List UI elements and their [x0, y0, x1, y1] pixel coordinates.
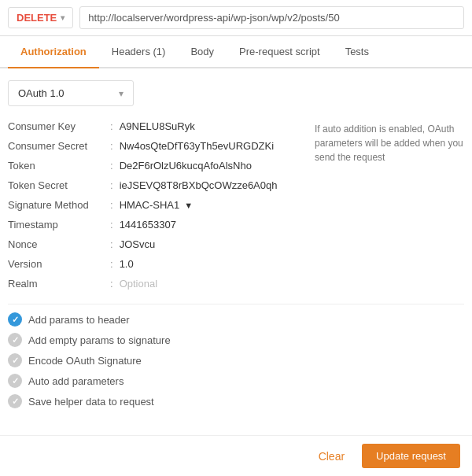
oauth-type-dropdown[interactable]: OAuth 1.0 ▾: [8, 80, 134, 106]
tabs-bar: Authorization Headers (1) Body Pre-reque…: [0, 36, 472, 68]
fields-left: Consumer Key:A9NELU8SuRykConsumer Secret…: [8, 120, 299, 297]
content-area: OAuth 1.0 ▾ Consumer Key:A9NELU8SuRykCon…: [0, 68, 472, 426]
update-request-button[interactable]: Update request: [362, 444, 460, 468]
checkbox-row[interactable]: ✓Encode OAuth Signature: [8, 353, 464, 367]
field-row: Signature Method:HMAC-SHA1▼: [8, 199, 299, 211]
hint-text: If auto addition is enabled, OAuth param…: [315, 120, 464, 297]
checkbox-label: Encode OAuth Signature: [28, 355, 142, 367]
url-input[interactable]: [79, 6, 464, 29]
field-value[interactable]: Optional: [120, 278, 299, 290]
field-value[interactable]: ieJSEVQ8T8rBXbQcOWzze6A0qh: [120, 179, 299, 191]
field-colon: :: [110, 160, 113, 172]
field-label: Token Secret: [8, 179, 110, 191]
field-row: Token:De2F6rOlzU6kucqAfoAlsNho: [8, 160, 299, 172]
checkbox-label: Auto add parameters: [28, 375, 124, 387]
clear-button[interactable]: Clear: [311, 445, 352, 467]
field-label: Signature Method: [8, 199, 110, 211]
tab-headers[interactable]: Headers (1): [99, 36, 179, 68]
field-colon: :: [110, 120, 113, 132]
field-colon: :: [110, 258, 113, 270]
field-value[interactable]: JOSvcu: [120, 238, 299, 250]
field-colon: :: [110, 199, 113, 211]
field-row: Consumer Secret:Nw4osQteDfT63yTh5evURGDZ…: [8, 140, 299, 152]
divider: [8, 304, 464, 304]
checkbox-row[interactable]: ✓Auto add parameters: [8, 374, 464, 388]
oauth-type-label: OAuth 1.0: [18, 87, 65, 99]
checkbox-label: Add params to header: [28, 314, 130, 326]
field-label: Realm: [8, 278, 110, 290]
field-row: Consumer Key:A9NELU8SuRyk: [8, 120, 299, 132]
field-value[interactable]: 1441653307: [120, 219, 299, 231]
field-value[interactable]: 1.0: [120, 258, 299, 270]
field-value[interactable]: De2F6rOlzU6kucqAfoAlsNho: [120, 160, 299, 172]
method-button[interactable]: DELETE ▾: [8, 7, 73, 28]
checkbox-unchecked-icon: ✓: [8, 374, 22, 388]
method-caret: ▾: [61, 13, 65, 22]
tab-authorization[interactable]: Authorization: [8, 36, 99, 68]
dropdown-arrow-icon: ▼: [184, 201, 193, 210]
field-colon: :: [110, 278, 113, 290]
checkbox-checked-icon: ✓: [8, 312, 22, 327]
top-bar: DELETE ▾: [0, 0, 472, 36]
field-label: Token: [8, 160, 110, 172]
checkbox-unchecked-icon: ✓: [8, 394, 22, 408]
field-value[interactable]: HMAC-SHA1▼: [120, 199, 299, 211]
field-row: Nonce:JOSvcu: [8, 238, 299, 250]
field-colon: :: [110, 219, 113, 231]
field-row: Version:1.0: [8, 258, 299, 270]
checkbox-row[interactable]: ✓Add empty params to signature: [8, 333, 464, 347]
page-wrapper: DELETE ▾ Authorization Headers (1) Body …: [0, 0, 472, 476]
field-label: Consumer Key: [8, 120, 110, 132]
checkbox-unchecked-icon: ✓: [8, 333, 22, 347]
checkbox-label: Add empty params to signature: [28, 334, 171, 346]
field-value[interactable]: A9NELU8SuRyk: [120, 120, 299, 132]
field-label: Nonce: [8, 238, 110, 250]
bottom-bar: Clear Update request: [0, 435, 472, 476]
checkbox-label: Save helper data to request: [28, 396, 154, 408]
checkbox-row[interactable]: ✓Save helper data to request: [8, 394, 464, 408]
tab-body[interactable]: Body: [178, 36, 227, 68]
tab-tests[interactable]: Tests: [333, 36, 382, 68]
checkbox-list: ✓Add params to header✓Add empty params t…: [8, 312, 464, 408]
field-row: Token Secret:ieJSEVQ8T8rBXbQcOWzze6A0qh: [8, 179, 299, 191]
field-label: Timestamp: [8, 219, 110, 231]
field-row: Timestamp:1441653307: [8, 219, 299, 231]
field-label: Version: [8, 258, 110, 270]
checkbox-unchecked-icon: ✓: [8, 353, 22, 367]
fields-container: Consumer Key:A9NELU8SuRykConsumer Secret…: [8, 120, 464, 297]
field-row: Realm:Optional: [8, 278, 299, 290]
field-colon: :: [110, 140, 113, 152]
field-colon: :: [110, 238, 113, 250]
method-label: DELETE: [17, 12, 57, 24]
chevron-down-icon: ▾: [119, 88, 124, 99]
checkbox-row[interactable]: ✓Add params to header: [8, 312, 464, 327]
field-label: Consumer Secret: [8, 140, 110, 152]
field-value[interactable]: Nw4osQteDfT63yTh5evURGDZKi: [120, 140, 299, 152]
tab-prerequest[interactable]: Pre-request script: [227, 36, 333, 68]
field-colon: :: [110, 179, 113, 191]
